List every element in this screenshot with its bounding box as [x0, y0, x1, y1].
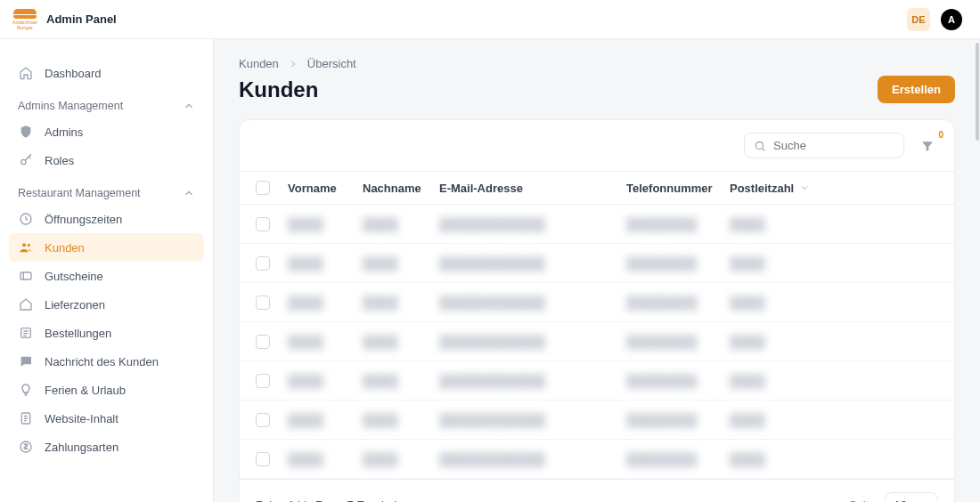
column-vorname[interactable]: Vorname — [288, 182, 363, 195]
cell-email: ████████████ — [439, 296, 626, 310]
sidebar-item-label: Zahlungsarten — [45, 441, 118, 454]
chevron-up-icon — [183, 100, 195, 112]
sidebar-item-label: Website-Inhalt — [45, 412, 118, 425]
cell-vorname: ████ — [288, 452, 363, 466]
card-toolbar: 0 — [240, 120, 954, 171]
table-footer: Zeige 1 bis 7 von 7 Ergebnissen pro Seit… — [240, 479, 954, 502]
cell-plz: ████ — [730, 335, 837, 349]
cell-nachname: ████ — [363, 335, 439, 349]
sidebar-item-inbox[interactable]: Nachricht des Kunden — [9, 347, 204, 376]
cell-email: ████████████ — [439, 335, 626, 349]
cell-email: ████████████ — [439, 256, 626, 271]
cell-vorname: ████ — [288, 217, 363, 231]
column-email[interactable]: E-Mail-Adresse — [439, 182, 626, 195]
cell-email: ████████████ — [439, 452, 626, 466]
sidebar-item-label: Lieferzonen — [45, 298, 105, 312]
table-row[interactable]: ████████████████████████████████ — [240, 440, 954, 479]
sidebar-item-label: Kunden — [45, 241, 85, 255]
user-avatar[interactable]: A — [941, 9, 962, 30]
sidebar-item-admins[interactable]: Admins — [9, 117, 204, 146]
cell-telefon: ████████ — [626, 335, 730, 349]
shield-icon — [18, 125, 34, 139]
per-page-value: 10 — [894, 498, 907, 502]
sidebar-item-website[interactable]: Website-Inhalt — [9, 404, 204, 433]
cell-vorname: ████ — [288, 296, 363, 310]
row-checkbox[interactable] — [256, 374, 270, 388]
brand: Andechser Burger Admin Panel — [12, 9, 117, 30]
cell-vorname: ████ — [288, 335, 363, 349]
brand-title: Admin Panel — [46, 12, 117, 26]
table-row[interactable]: ████████████████████████████████ — [240, 244, 954, 283]
row-checkbox[interactable] — [256, 296, 270, 310]
column-postleitzahl[interactable]: Postleitzahl — [730, 182, 837, 195]
sidebar-item-label: Gutscheine — [45, 270, 103, 283]
sidebar-item-vouchers[interactable]: Gutscheine — [9, 262, 204, 290]
per-page-select[interactable]: 10 — [885, 492, 938, 502]
sidebar-group-restaurant[interactable]: Restaurant Management — [9, 174, 204, 205]
cell-nachname: ████ — [363, 374, 439, 388]
table-header: Vorname Nachname E-Mail-Adresse Telefonn… — [240, 171, 954, 205]
svg-point-3 — [28, 244, 30, 247]
sidebar-group-label: Admins Management — [18, 100, 123, 112]
sidebar-item-delivery[interactable]: Lieferzonen — [9, 290, 204, 319]
column-nachname[interactable]: Nachname — [363, 182, 439, 195]
row-checkbox[interactable] — [256, 452, 270, 466]
bulb-icon — [18, 383, 34, 397]
row-checkbox[interactable] — [256, 413, 270, 427]
breadcrumb-root[interactable]: Kunden — [239, 57, 279, 70]
select-all-checkbox[interactable] — [256, 181, 270, 195]
table-row[interactable]: ████████████████████████████████ — [240, 401, 954, 440]
sidebar-item-label: Ferien & Urlaub — [45, 384, 126, 397]
data-card: 0 Vorname Nachname E-Mail-Adresse Telefo… — [239, 119, 955, 502]
sidebar-item-label: Bestellungen — [45, 327, 111, 340]
table-row[interactable]: ████████████████████████████████ — [240, 361, 954, 401]
topbar-right: DE A — [907, 8, 962, 31]
cell-email: ████████████ — [439, 217, 626, 231]
dollar-icon — [18, 440, 34, 454]
sidebar-item-label: Roles — [45, 154, 74, 167]
sidebar-item-customers[interactable]: Kunden — [9, 233, 204, 262]
row-checkbox[interactable] — [256, 217, 270, 231]
filter-button[interactable]: 0 — [917, 135, 938, 157]
per-page-control: pro Seite 10 — [829, 492, 938, 502]
cell-telefon: ████████ — [626, 256, 730, 271]
table-row[interactable]: ████████████████████████████████ — [240, 283, 954, 322]
sidebar-item-label: Dashboard — [45, 67, 102, 80]
create-button[interactable]: Erstellen — [878, 76, 955, 103]
cell-plz: ████ — [730, 452, 837, 466]
table-row[interactable]: ████████████████████████████████ — [240, 322, 954, 361]
cell-plz: ████ — [730, 217, 837, 231]
sidebar-item-orders[interactable]: Bestellungen — [9, 319, 204, 347]
sidebar-item-payments[interactable]: Zahlungsarten — [9, 433, 204, 461]
column-plz-label: Postleitzahl — [730, 182, 794, 195]
cell-telefon: ████████ — [626, 217, 730, 231]
sidebar-item-hours[interactable]: Öffnungszeiten — [9, 205, 204, 233]
svg-point-2 — [22, 243, 26, 247]
cell-telefon: ████████ — [626, 452, 730, 466]
home-icon — [18, 66, 34, 80]
clock-icon — [18, 212, 34, 226]
table-body: ████████████████████████████████████████… — [240, 205, 954, 479]
cell-plz: ████ — [730, 374, 837, 388]
sidebar-item-roles[interactable]: Roles — [9, 146, 204, 174]
row-checkbox[interactable] — [256, 335, 270, 349]
row-checkbox[interactable] — [256, 256, 270, 271]
cell-telefon: ████████ — [626, 374, 730, 388]
table-row[interactable]: ████████████████████████████████ — [240, 205, 954, 244]
svg-rect-4 — [20, 272, 31, 279]
column-telefon[interactable]: Telefonnummer — [626, 182, 730, 195]
search-input[interactable] — [773, 139, 894, 152]
sidebar-group-admins[interactable]: Admins Management — [9, 87, 204, 117]
sidebar-item-label: Admins — [45, 126, 83, 139]
scrollbar[interactable] — [975, 39, 980, 502]
breadcrumb-leaf: Übersicht — [307, 57, 356, 70]
cell-nachname: ████ — [363, 413, 439, 427]
cell-plz: ████ — [730, 296, 837, 310]
chevron-down-icon — [799, 182, 810, 193]
sidebar-item-holiday[interactable]: Ferien & Urlaub — [9, 376, 204, 404]
sidebar-item-dashboard[interactable]: Dashboard — [9, 59, 204, 87]
search-input-wrap[interactable] — [744, 133, 904, 158]
topbar: Andechser Burger Admin Panel DE A — [0, 0, 980, 39]
language-switch[interactable]: DE — [907, 8, 930, 31]
sidebar-item-label: Öffnungszeiten — [45, 213, 122, 226]
